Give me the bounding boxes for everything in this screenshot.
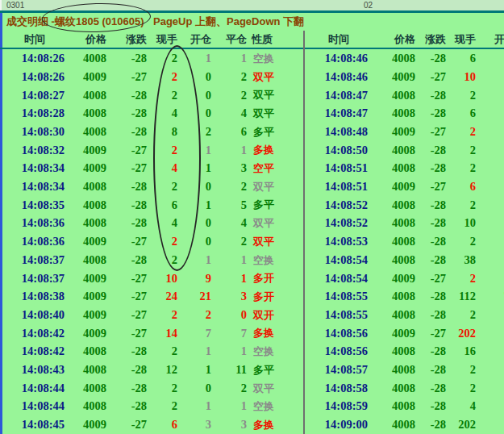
table-row: 14:08:374008-28211空换 — [0, 251, 303, 269]
cell: 0 — [177, 236, 211, 248]
cell: 24 — [147, 290, 177, 303]
table-row: 14:08:594008-284 — [305, 397, 504, 415]
cell: 10 — [147, 273, 177, 285]
cell: -27 — [106, 144, 147, 156]
cell: 5 — [211, 199, 247, 211]
table-row: 14:08:544008-283818 — [305, 251, 504, 269]
cell: -28 — [415, 382, 446, 394]
cell: 202 — [446, 328, 476, 340]
col-header-open: 开仓 — [177, 32, 211, 47]
pane-id-left: 0301 — [6, 0, 24, 10]
left-table-header: 时间 价格 涨跌 现手 开仓 平仓 性质 — [0, 31, 303, 48]
cell: 4 — [446, 400, 476, 412]
cell: 14:08:27 — [5, 90, 65, 102]
cell: -28 — [106, 199, 147, 211]
cell: 4008 — [368, 107, 415, 119]
cell: 14:08:30 — [5, 126, 65, 138]
cell: 4008 — [368, 364, 415, 376]
cell: -27 — [106, 273, 147, 285]
cell: 3 — [177, 419, 211, 431]
cell: -28 — [106, 254, 147, 266]
cell: 4008 — [368, 217, 415, 229]
cell: 3 — [211, 162, 247, 174]
table-row: 14:08:564008-281616 — [305, 342, 504, 361]
cell-nature: 多平 — [247, 365, 303, 375]
trade-list-right[interactable]: 14:08:464008-28614:08:464009-271014:08:4… — [305, 49, 504, 434]
cell: 14 — [147, 328, 177, 340]
cell: 14:08:26 — [5, 52, 65, 65]
cell: 14:08:35 — [5, 199, 65, 211]
col-header-lots: 现手 — [147, 32, 177, 47]
col-header-lots: 现手 — [446, 32, 476, 47]
cell: 1 — [211, 254, 247, 266]
cell-nature: 多开 — [247, 291, 303, 302]
cell: 11 — [211, 364, 247, 376]
cell: 14:08:34 — [5, 162, 65, 174]
col-header-open: 开仓 — [476, 32, 504, 47]
cell: -28 — [415, 290, 446, 303]
cell: 2 — [147, 400, 177, 412]
cell: 2 — [211, 236, 247, 248]
cell: -28 — [415, 144, 446, 156]
cell: 14:08:50 — [310, 144, 368, 156]
cell: 9 — [476, 419, 504, 431]
cell: 4 — [147, 107, 177, 119]
table-row: 14:08:424008-28211空换 — [0, 342, 303, 361]
cell: 1 — [177, 400, 211, 412]
cell: 10 — [446, 71, 476, 83]
cell: 4008 — [368, 254, 415, 266]
cell: 1 — [211, 273, 247, 285]
cell: 4009 — [65, 71, 106, 83]
cell: 14:08:38 — [5, 290, 65, 303]
table-row: 14:08:514008-282 — [305, 159, 504, 177]
table-row: 14:08:514009-276 — [305, 177, 504, 196]
cell: -28 — [106, 52, 147, 65]
cell: -28 — [415, 419, 446, 431]
cell: 112 — [446, 290, 476, 303]
cell: 14:08:56 — [310, 328, 368, 340]
cell: 4008 — [65, 345, 106, 357]
cell: 14:08:51 — [310, 181, 368, 193]
cell: 4009 — [65, 273, 106, 285]
cell: 0 — [177, 217, 211, 229]
cell: 4008 — [368, 309, 415, 321]
table-row: 14:08:474008-286 — [305, 104, 504, 123]
cell: 14:08:52 — [310, 217, 368, 229]
table-row: 14:08:524008-282 — [305, 196, 504, 215]
cell: 14:08:45 — [5, 419, 65, 431]
cell: 0 — [177, 382, 211, 394]
cell: 2 — [211, 382, 247, 394]
table-row: 14:08:374009-271091多开 — [0, 269, 303, 287]
cell: 18 — [476, 254, 504, 266]
cell: 7 — [177, 328, 211, 340]
table-row: 14:08:484009-272 — [305, 123, 504, 141]
table-row: 14:08:264008-28211空换 — [0, 49, 303, 68]
cell: -27 — [106, 71, 147, 83]
cell: 76 — [476, 290, 504, 303]
cell: 14:08:34 — [5, 181, 65, 193]
cell: 2 — [446, 126, 476, 138]
cell: 2 — [147, 181, 177, 193]
cell: 1 — [211, 144, 247, 156]
cell: 2 — [147, 71, 177, 83]
cell: 4009 — [65, 309, 106, 321]
pane-id-right: 02 — [364, 0, 373, 10]
cell: 0 — [177, 107, 211, 119]
cell: -27 — [106, 236, 147, 248]
cell: 10 — [446, 217, 476, 229]
cell: 3 — [211, 290, 247, 303]
cell: 4 — [211, 107, 247, 119]
cell: -28 — [415, 364, 446, 376]
cell: 2 — [446, 199, 476, 211]
table-row: 14:08:304008-28826多平 — [0, 123, 303, 141]
cell: 1 — [177, 345, 211, 357]
cell: 4008 — [65, 400, 106, 412]
cell: 1 — [177, 254, 211, 266]
cell: -27 — [106, 419, 147, 431]
cell: -28 — [415, 217, 446, 229]
table-row: 14:08:344009-27413空平 — [0, 159, 303, 177]
cell: 14:08:47 — [310, 107, 368, 119]
cell: -28 — [106, 382, 147, 394]
cell: 14:08:37 — [5, 273, 65, 285]
trade-list-left[interactable]: 14:08:264008-28211空换14:08:264009-27202双平… — [0, 49, 303, 434]
